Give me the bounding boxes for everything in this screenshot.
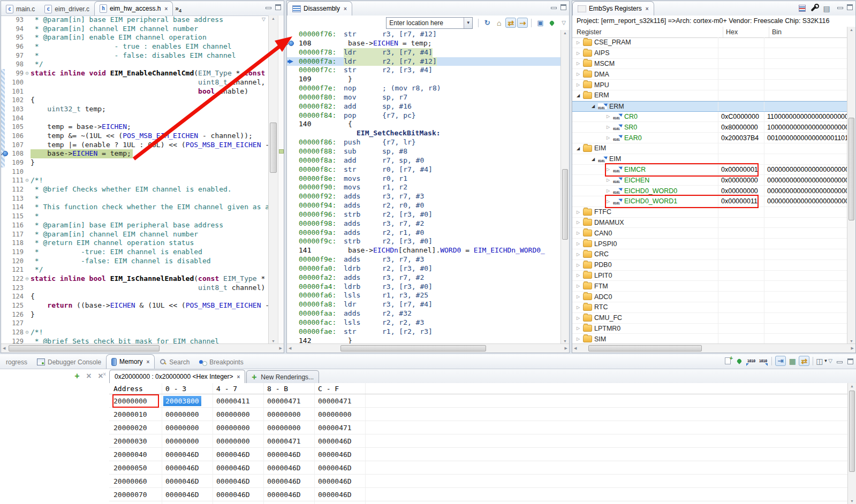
register-row-rtc[interactable]: ▷RTC <box>572 302 847 313</box>
code-line[interactable]: 98 */ <box>1 60 268 69</box>
memory-value-cell[interactable]: 00000000 <box>213 408 264 421</box>
memory-address-cell[interactable]: 20000020 <box>109 421 162 434</box>
register-row-lptmr0[interactable]: ▷LPTMR0 <box>572 324 847 334</box>
register-row-erm[interactable]: ◢ERM <box>572 101 847 112</box>
disassembly-line[interactable]: 00000f80:movsp, r7 <box>287 93 569 102</box>
code-line[interactable]: 119 * -true: EIM channel is enabled <box>1 248 268 257</box>
code-line[interactable]: 103 uint32_t temp; <box>1 105 268 114</box>
memory-value-cell[interactable]: 0000046D <box>264 475 315 487</box>
tab-search[interactable]: Search <box>155 355 194 369</box>
memory-value-cell[interactable]: 0000046D <box>315 448 366 461</box>
memory-value-cell[interactable]: 00000000 <box>162 421 213 434</box>
fold-collapse-icon[interactable]: ⊖ <box>24 176 31 185</box>
disassembly-line[interactable]: 142} <box>287 337 569 344</box>
scroll-right-icon[interactable]: ▶ <box>851 346 854 350</box>
memory-value-cell[interactable]: 0000046D <box>264 461 315 474</box>
disassembly-line[interactable]: 00000faa:addsr2, #32 <box>287 309 569 318</box>
disassembly-line[interactable]: 140{ <box>287 120 569 129</box>
disassembly-line[interactable]: 00000fa4:ldrbr3, [r3, #0] <box>287 282 569 292</box>
maximize-icon[interactable] <box>847 358 854 364</box>
memory-value-cell[interactable]: 00000000 <box>264 421 315 434</box>
memory-value-cell[interactable]: 0000046D <box>213 461 264 474</box>
disassembly-line[interactable]: 00000f9a:addsr2, r1, #0 <box>287 228 569 238</box>
column-header-bin[interactable]: Bin <box>769 27 847 37</box>
disassembly-line[interactable]: 00000fae:strr1, [r2, r3] <box>287 327 569 337</box>
editor-content[interactable]: 93 * @param[in] base EIM peripheral base… <box>1 16 284 344</box>
code-line[interactable]: 97 * - false: disables EIM channel <box>1 51 268 60</box>
disassembly-line[interactable]: 00000fa6:lslsr1, r3, #25 <box>287 291 569 300</box>
scroll-up-icon[interactable]: ▲ <box>269 17 278 20</box>
disassembly-line[interactable]: 00000f8a:addr7, sp, #0 <box>287 156 569 165</box>
fold-collapse-icon[interactable]: ⊖ <box>24 274 31 284</box>
collapse-arrow-icon[interactable]: ◢ <box>575 93 581 98</box>
code-line[interactable]: 125 return ((base->EICHEN & (1UL << (POS… <box>1 301 268 310</box>
register-row-cr0[interactable]: ▷CR00xC000000011000000000000000000000000… <box>572 112 847 123</box>
expand-arrow-icon[interactable]: ▷ <box>575 231 581 235</box>
memory-vertical-scrollbar[interactable]: ▲ ▼ <box>847 383 856 504</box>
disassembly-line[interactable]: 108base->EICHEN = temp; <box>287 39 569 48</box>
editor-horizontal-scrollbar[interactable]: ◀ ▶ <box>1 343 284 353</box>
scroll-down-icon[interactable]: ▼ <box>847 339 855 343</box>
memory-value-cell[interactable]: 0000046D <box>315 475 366 487</box>
scrollbar-thumb[interactable] <box>562 169 568 240</box>
disassembly-line[interactable]: 00000f94:addsr2, r0, #0 <box>287 201 569 210</box>
tab-overflow-indicator[interactable]: »4 <box>173 5 185 16</box>
expand-arrow-icon[interactable]: ▷ <box>605 167 611 172</box>
register-row-erm[interactable]: ◢ERM <box>572 90 847 101</box>
code-line[interactable]: 127 <box>1 319 268 328</box>
breakpoint-icon[interactable] <box>1 149 9 158</box>
scrollbar-thumb[interactable] <box>340 345 486 352</box>
expand-arrow-icon[interactable]: ▷ <box>575 337 581 341</box>
switch-layout-icon[interactable] <box>799 356 809 366</box>
memory-address-cell[interactable]: 20000050 <box>109 461 162 474</box>
memory-address-cell[interactable]: 20000080 <box>109 501 162 504</box>
expand-arrow-icon[interactable]: ▷ <box>575 294 581 299</box>
maximize-icon[interactable] <box>275 4 282 10</box>
refresh-icon[interactable] <box>482 18 493 28</box>
memory-value-cell[interactable]: 00000000 <box>213 421 264 434</box>
scrollbar-thumb[interactable] <box>588 345 702 352</box>
memory-address-cell[interactable]: 20000040 <box>109 448 162 461</box>
disassembly-line[interactable]: 00000f96:strbr2, [r3, #0] <box>287 210 569 219</box>
memory-value-cell[interactable]: 0000046D <box>162 461 213 474</box>
disassembly-line[interactable]: EIM_SetCheckBitMask: <box>287 129 569 138</box>
view-menu-icon[interactable]: ▽ <box>828 358 832 364</box>
expand-arrow-icon[interactable]: ▷ <box>575 40 581 45</box>
memory-value-cell[interactable]: 0000046D <box>315 501 366 504</box>
code-line[interactable]: 128⊖/*! <box>1 328 268 337</box>
format-list-icon[interactable] <box>797 3 807 13</box>
memory-value-cell[interactable]: 0000046D <box>315 461 366 474</box>
scrollbar-thumb[interactable] <box>270 123 277 173</box>
code-line[interactable]: 100 uint8_t channel, <box>1 78 268 87</box>
code-line[interactable]: 95 * @param[in] enable EIM channel opera… <box>1 33 268 42</box>
link-side-tabs-icon[interactable] <box>775 356 786 366</box>
scroll-up-icon[interactable]: ▲ <box>561 31 569 35</box>
memory-value-cell[interactable]: 00000000 <box>315 408 366 421</box>
scroll-down-icon[interactable]: ▼ <box>269 339 278 343</box>
code-line[interactable]: 109} <box>1 158 268 167</box>
view-menu-icon[interactable]: ▽ <box>562 20 566 26</box>
disassembly-line[interactable]: 00000f88:subsp, #8 <box>287 147 569 156</box>
expand-arrow-icon[interactable]: ▷ <box>575 210 581 215</box>
code-line[interactable]: 121 */ <box>1 265 268 274</box>
pin-view-icon[interactable] <box>547 18 557 28</box>
close-icon[interactable]: × <box>146 359 149 365</box>
registers-horizontal-scrollbar[interactable]: ◀ ▶ <box>572 343 855 353</box>
memory-address-cell[interactable]: 20000060 <box>109 475 162 487</box>
memory-value-cell[interactable]: 00000411 <box>213 394 264 407</box>
code-line[interactable]: 129 * @brief Sets check bit mask for EIM… <box>1 337 268 344</box>
register-row-ftm[interactable]: ▷FTM <box>572 281 847 292</box>
disassembly-line[interactable]: 00000f90:movsr1, r2 <box>287 183 569 192</box>
tab-memory[interactable]: Memory× <box>106 354 155 369</box>
expand-arrow-icon[interactable]: ▷ <box>575 316 581 320</box>
register-row-dma[interactable]: ▷DMA <box>572 69 847 80</box>
add-rendering-icon[interactable] <box>722 356 733 366</box>
memory-value-cell[interactable]: 0000046D <box>264 448 315 461</box>
editor-vertical-scrollbar[interactable]: ▲ ▼ <box>268 16 278 344</box>
disassembly-line[interactable]: 00000f82:addsp, #16 <box>287 102 569 111</box>
code-line[interactable]: 111⊖/*! <box>1 176 268 185</box>
tab-main-c[interactable]: main.c <box>1 2 40 16</box>
disassembly-line[interactable]: 00000f8c:strr0, [r7, #4] <box>287 165 569 174</box>
close-icon[interactable]: × <box>237 374 240 380</box>
expand-arrow-icon[interactable]: ▷ <box>575 273 581 278</box>
